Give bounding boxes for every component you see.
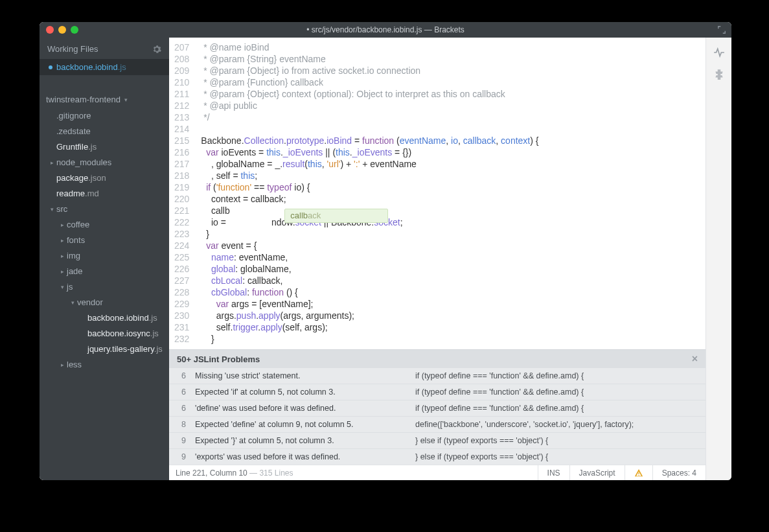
problem-row[interactable]: 6Missing 'use strict' statement.if (type… <box>169 368 706 384</box>
disclosure-icon: ▸ <box>59 358 65 371</box>
file-item[interactable]: Gruntfile.js <box>40 139 169 155</box>
problem-row[interactable]: 8Expected 'define' at column 9, not colu… <box>169 417 706 433</box>
disclosure-icon: ▾ <box>69 296 76 309</box>
code-editor[interactable]: 2072082092102112122132142152162172182192… <box>169 38 706 349</box>
close-icon[interactable]: × <box>692 353 698 365</box>
modified-dot-icon <box>49 65 52 69</box>
disclosure-icon: ▸ <box>59 218 65 231</box>
autocomplete-hint[interactable]: callback <box>284 209 388 223</box>
disclosure-icon: ▸ <box>59 234 65 247</box>
folder-item[interactable]: ▸img <box>40 248 169 264</box>
minimize-icon[interactable] <box>58 26 66 34</box>
disclosure-icon: ▸ <box>59 249 65 262</box>
main-area: 2072082092102112122132142152162172182192… <box>169 38 706 480</box>
file-item[interactable]: .zedstate <box>40 124 169 139</box>
file-item[interactable]: package.json <box>40 170 169 186</box>
file-tree: .gitignore.zedstateGruntfile.js▸node_mod… <box>40 108 169 373</box>
disclosure-icon: ▸ <box>59 265 65 278</box>
fullscreen-icon[interactable] <box>717 25 726 34</box>
problem-row[interactable]: 6Expected 'if' at column 5, not column 3… <box>169 384 706 400</box>
cursor-position: Line 221, Column 10 — 315 Lines <box>169 468 538 478</box>
disclosure-icon: ▸ <box>49 156 55 169</box>
extension-icon[interactable] <box>713 69 725 80</box>
warning-icon[interactable] <box>625 465 652 480</box>
file-item[interactable]: readme.md <box>40 186 169 202</box>
project-selector[interactable]: twinstream-frontend ▾ <box>40 88 169 108</box>
problem-row[interactable]: 9'exports' was used before it was define… <box>169 449 706 465</box>
file-item[interactable]: .gitignore <box>40 108 169 124</box>
file-item[interactable]: backbone.iobind.js <box>40 310 169 326</box>
file-item[interactable]: jquery.tiles-gallery.js <box>40 341 169 357</box>
gear-icon[interactable] <box>152 45 161 54</box>
code-content[interactable]: * @name ioBind * @param {String} eventNa… <box>198 38 706 349</box>
close-icon[interactable] <box>46 26 54 34</box>
folder-item[interactable]: ▸coffee <box>40 217 169 233</box>
app-window: src/js/vendor/backbone.iobind.js — Brack… <box>40 22 731 480</box>
folder-item[interactable]: ▸jade <box>40 264 169 279</box>
problem-row[interactable]: 6'define' was used before it was defined… <box>169 400 706 417</box>
maximize-icon[interactable] <box>71 26 78 34</box>
indent-mode[interactable]: Spaces: 4 <box>652 465 706 480</box>
problems-panel: 50+ JSLint Problems × 6Missing 'use stri… <box>169 349 706 465</box>
problems-list: 6Missing 'use strict' statement.if (type… <box>169 368 706 465</box>
disclosure-icon: ▾ <box>59 281 65 294</box>
chevron-down-icon: ▾ <box>123 97 130 103</box>
folder-item[interactable]: ▾js <box>40 279 169 295</box>
line-gutter: 2072082092102112122132142152162172182192… <box>169 38 198 349</box>
disclosure-icon: ▾ <box>49 203 55 216</box>
sidebar: Working Files backbone.iobind.js twinstr… <box>40 38 169 480</box>
working-file-item[interactable]: backbone.iobind.js <box>40 59 169 75</box>
titlebar: src/js/vendor/backbone.iobind.js — Brack… <box>40 22 731 38</box>
insert-mode[interactable]: INS <box>538 465 569 480</box>
statusbar: Line 221, Column 10 — 315 Lines INS Java… <box>169 465 706 480</box>
problem-row[interactable]: 9Expected '}' at column 5, not column 3.… <box>169 433 706 449</box>
folder-item[interactable]: ▾vendor <box>40 295 169 310</box>
extension-iconbar <box>706 38 731 480</box>
folder-item[interactable]: ▸node_modules <box>40 155 169 170</box>
folder-item[interactable]: ▸fonts <box>40 233 169 248</box>
problems-header: 50+ JSLint Problems × <box>169 350 706 368</box>
file-item[interactable]: backbone.iosync.js <box>40 326 169 341</box>
working-files-list: backbone.iobind.js <box>40 59 169 75</box>
language-mode[interactable]: JavaScript <box>569 465 625 480</box>
window-controls <box>46 26 78 34</box>
window-title: src/js/vendor/backbone.iobind.js — Brack… <box>40 25 731 34</box>
folder-item[interactable]: ▸less <box>40 357 169 373</box>
activity-icon[interactable] <box>713 47 725 58</box>
working-files-header: Working Files <box>40 38 169 59</box>
folder-item[interactable]: ▾src <box>40 202 169 217</box>
